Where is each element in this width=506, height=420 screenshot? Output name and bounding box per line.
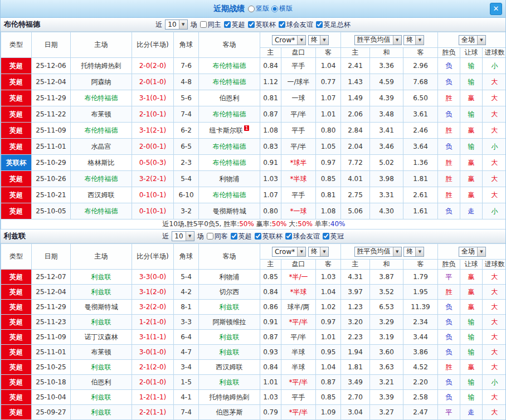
league-efl-cup-checkbox[interactable] [255, 233, 261, 240]
euro-draw-odds: 3.31 [370, 187, 403, 203]
horizontal-layout-radio[interactable] [271, 6, 278, 12]
match-date: 25-11-09 [32, 330, 71, 345]
league-friendly-checkbox[interactable] [279, 21, 285, 28]
league-fa-cup-checkbox[interactable] [316, 21, 323, 28]
score-halftime: 3-1(2-0) [132, 285, 174, 300]
wdl-average-select[interactable]: 胜平负均值▼ [354, 35, 402, 45]
match-result: 负 [438, 139, 460, 155]
euro-win-odds: 2.75 [341, 187, 370, 203]
score-halftime: 2-0(1-0) [132, 74, 174, 90]
corner-score: 5-4 [174, 171, 199, 187]
euro-draw-odds: 3.21 [370, 375, 403, 390]
asian-away-odds: 1.07 [316, 90, 341, 106]
asian-home-odds: 0.85 [260, 270, 281, 285]
asian-handicap: *平/半 [281, 315, 316, 330]
away-team: 伯恩茅斯 [199, 405, 260, 420]
match-result: 负 [438, 315, 460, 330]
handicap-result: 走 [460, 405, 483, 420]
asian-away-odds: 0.80 [316, 123, 341, 139]
match-row: 英超25-10-04利兹联1-2(1-1)4-1托特纳姆热刺1.03平手0.85… [1, 390, 506, 405]
chevron-down-icon: ▼ [393, 36, 401, 45]
goals-over-under: 大 [483, 345, 506, 360]
match-result: 平 [438, 270, 460, 285]
wdl-average-select[interactable]: 胜平负均值▼ [354, 247, 402, 257]
same-venue-checkbox[interactable] [207, 233, 213, 240]
goals-over-under: 大 [483, 390, 506, 405]
asian-home-odds: 0.83 [260, 139, 281, 155]
corner-score: 6-2 [174, 123, 199, 139]
corner-score: 3-2 [174, 203, 199, 219]
away-team: 布伦特福德 [199, 139, 260, 155]
handicap-result: 赢 [460, 300, 483, 315]
sub-col-result: 胜负 [438, 48, 460, 58]
score-halftime: 1-2(1-1) [132, 390, 174, 405]
match-result: 负 [438, 375, 460, 390]
league-filter-championship: 英冠 [323, 232, 344, 241]
team-section-header-leeds: 利兹联 近 10▼ 场 同客 英超 英联杯 球会友谊 [1, 229, 505, 243]
handicap-result: 输 [460, 315, 483, 330]
league-friendly-checkbox[interactable] [285, 233, 292, 240]
asian-away-odds: 1.09 [316, 405, 341, 420]
league-efl-cup-checkbox[interactable] [248, 21, 255, 28]
euro-lose-odds: 1.61 [403, 203, 438, 219]
handicap-result: 输 [460, 106, 483, 123]
match-date: 25-12-06 [32, 58, 71, 74]
league-type-badge: 英联杯 [1, 155, 32, 171]
asian-handicap: 平/半 [281, 139, 316, 155]
match-count-select[interactable]: 10▼ [165, 19, 187, 30]
same-venue-checkbox[interactable] [200, 21, 207, 28]
match-date: 25-10-05 [32, 203, 71, 219]
match-count-select[interactable]: 10▼ [172, 231, 194, 241]
chevron-down-icon: ▼ [415, 36, 424, 45]
euro-win-odds: 2.41 [341, 58, 370, 74]
asian-handicap: *半/一 [281, 270, 316, 285]
euro-lose-odds: 1.36 [403, 155, 438, 171]
corner-score: 3-3 [174, 315, 199, 330]
euro-lose-odds: 2.46 [403, 123, 438, 139]
asian-home-odds: 0.84 [260, 58, 281, 74]
bookmaker-select[interactable]: Crow*▼ [272, 247, 306, 257]
euro-final-select[interactable]: 终▼ [403, 35, 424, 45]
away-team: 利物浦 [199, 171, 260, 187]
league-filter-efl-cup: 英联杯 [255, 232, 283, 241]
euro-win-odds: 3.97 [341, 285, 370, 300]
asian-home-odds: 0.81 [260, 90, 281, 106]
vertical-layout-radio[interactable] [248, 6, 255, 12]
col-score: 比分(半场) [132, 244, 174, 270]
euro-win-odds: 2.23 [341, 330, 370, 345]
full-match-select[interactable]: 全场▼ [459, 35, 486, 45]
away-team: 伯恩利 [199, 90, 260, 106]
league-type-badge: 英超 [1, 106, 32, 123]
league-epl-checkbox[interactable] [224, 21, 231, 28]
match-date: 25-11-22 [32, 106, 71, 123]
away-team: 纽卡斯尔联1 [199, 123, 260, 139]
close-button[interactable]: ✕ [490, 3, 502, 15]
asian-handicap: *球半 [281, 155, 316, 171]
same-venue-option: 同客 [207, 232, 228, 241]
handicap-result: 输 [460, 390, 483, 405]
euro-draw-odds: 3.60 [370, 345, 403, 360]
asian-final-select[interactable]: 终▼ [308, 35, 329, 45]
league-type-badge: 英超 [1, 187, 32, 203]
team-name: 布伦特福德 [4, 19, 40, 30]
near-label: 近 [162, 232, 169, 241]
handicap-result: 输 [460, 345, 483, 360]
horizontal-layout-label: 横版 [279, 4, 293, 13]
league-type-badge: 英超 [1, 123, 32, 139]
euro-lose-odds: 7.68 [403, 74, 438, 90]
euro-final-select[interactable]: 终▼ [403, 247, 424, 257]
match-result: 胜 [438, 171, 460, 187]
league-type-badge: 英超 [1, 285, 32, 300]
bookmaker-select[interactable]: Crow*▼ [272, 35, 306, 45]
asian-final-select[interactable]: 终▼ [308, 247, 329, 257]
match-result: 负 [438, 330, 460, 345]
asian-handicap: 半球 [281, 360, 316, 375]
euro-win-odds: 1.43 [341, 74, 370, 90]
goals-over-under: 大 [483, 405, 506, 420]
league-championship-checkbox[interactable] [323, 233, 329, 240]
home-team: 阿森纳 [71, 74, 132, 90]
away-team: 利兹联 [199, 330, 260, 345]
asian-home-odds: 0.80 [260, 203, 281, 219]
full-match-select[interactable]: 全场▼ [459, 247, 486, 257]
league-epl-checkbox[interactable] [231, 233, 237, 240]
